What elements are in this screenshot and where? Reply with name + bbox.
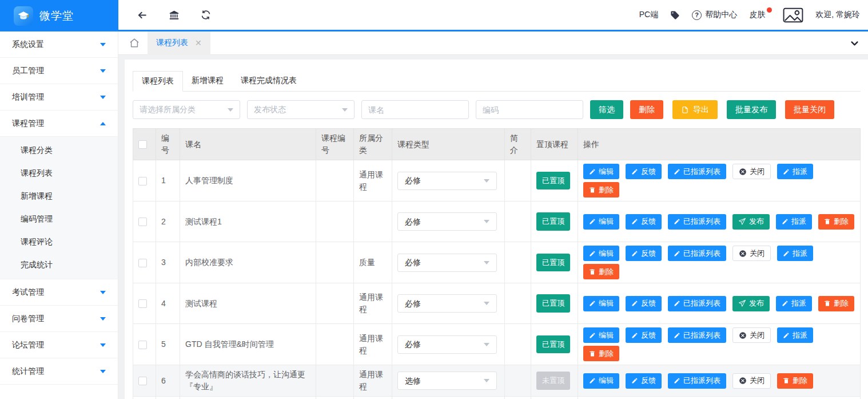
chevron-down-icon	[484, 261, 489, 264]
publish-button[interactable]: 发布	[732, 214, 770, 230]
open-page-tab[interactable]: 课程列表 ✕	[148, 31, 210, 55]
row-checkbox[interactable]	[138, 299, 147, 308]
tag-icon[interactable]	[670, 10, 680, 20]
row-checkbox[interactable]	[138, 218, 147, 226]
close-tab-icon[interactable]: ✕	[195, 39, 202, 47]
row-checkbox[interactable]	[138, 377, 147, 385]
close-button[interactable]: 关闭	[732, 327, 771, 343]
feedback-button[interactable]: 反馈	[626, 296, 662, 311]
delete-button[interactable]: 删除	[630, 100, 663, 119]
course-name-input[interactable]	[361, 100, 469, 119]
feedback-button[interactable]: 反馈	[626, 327, 662, 343]
feedback-button[interactable]: 反馈	[626, 373, 662, 389]
edit-button[interactable]: 编辑	[583, 164, 619, 179]
skin-link[interactable]: 皮肤	[749, 10, 771, 20]
back-arrow-icon[interactable]	[137, 10, 148, 21]
assigned-list-button[interactable]: 已指派列表	[668, 164, 726, 179]
delete-row-button[interactable]: 删除	[583, 346, 619, 361]
help-center-link[interactable]: ? 帮助中心	[692, 10, 737, 20]
course-type-select[interactable]: 必修	[397, 212, 497, 231]
status-filter-select[interactable]: 发布状态	[247, 100, 355, 119]
assign-button[interactable]: 指派	[777, 327, 813, 343]
row-checkbox[interactable]	[138, 177, 147, 185]
feedback-button[interactable]: 反馈	[626, 214, 662, 230]
tab-item[interactable]: 课程完成情况表	[232, 71, 305, 91]
pc-mode-link[interactable]: PC端	[639, 10, 658, 20]
course-code-input[interactable]	[476, 100, 583, 119]
pin-status-badge[interactable]: 已置顶	[536, 294, 570, 313]
delete-row-button-label: 删除	[834, 216, 849, 227]
assigned-list-button[interactable]: 已指派列表	[668, 246, 726, 261]
delete-row-button[interactable]: 删除	[818, 214, 854, 230]
assigned-list-button[interactable]: 已指派列表	[668, 327, 726, 343]
course-type-select[interactable]: 必修	[397, 335, 497, 354]
delete-row-button[interactable]: 删除	[583, 264, 619, 279]
sidebar-item[interactable]: 问卷管理	[0, 306, 118, 332]
sidebar-item[interactable]: 课程管理	[0, 110, 118, 137]
assigned-list-button[interactable]: 已指派列表	[668, 296, 726, 311]
course-type-select[interactable]: 必修	[397, 294, 497, 313]
sidebar-subitem[interactable]: 编码管理	[0, 208, 118, 231]
edit-button[interactable]: 编辑	[583, 373, 619, 389]
course-type-cell: 必修	[392, 242, 505, 283]
delete-row-button[interactable]: 删除	[583, 182, 619, 197]
assign-button[interactable]: 指派	[777, 246, 813, 261]
assign-button[interactable]: 指派	[777, 164, 813, 179]
trash-icon	[824, 300, 831, 307]
edit-button[interactable]: 编辑	[583, 246, 619, 261]
sidebar-subitem[interactable]: 完成统计	[0, 254, 118, 276]
delete-row-button[interactable]: 删除	[818, 296, 854, 311]
feedback-button[interactable]: 反馈	[626, 164, 662, 179]
assign-button[interactable]: 指派	[776, 214, 812, 230]
batch-publish-button[interactable]: 批量发布	[727, 100, 776, 119]
sidebar-subitem[interactable]: 课程列表	[0, 162, 118, 185]
feedback-button[interactable]: 反馈	[626, 246, 662, 261]
edit-button[interactable]: 编辑	[583, 296, 619, 311]
pin-status-badge[interactable]: 已置顶	[536, 254, 570, 272]
tab-active[interactable]: 课程列表	[133, 71, 183, 92]
course-table-body: 1人事管理制度通用课程必修已置顶编辑反馈已指派列表关闭指派删除2测试课程1必修已…	[133, 160, 861, 399]
assigned-list-button[interactable]: 已指派列表	[668, 373, 726, 389]
bank-home-icon[interactable]	[169, 10, 180, 21]
sidebar-subitem[interactable]: 课程评论	[0, 231, 118, 254]
course-type-select[interactable]: 选修	[397, 372, 497, 390]
filter-button[interactable]: 筛选	[590, 100, 623, 119]
sidebar-item[interactable]: 系统设置	[0, 31, 118, 58]
export-button[interactable]: 导出	[672, 100, 718, 119]
pencil-icon	[783, 250, 790, 257]
sidebar-item[interactable]: 员工管理	[0, 58, 118, 84]
row-checkbox[interactable]	[138, 259, 147, 267]
pin-status-badge[interactable]: 未置顶	[536, 372, 570, 390]
pin-status-badge[interactable]: 已置顶	[536, 335, 570, 354]
category-filter-select[interactable]: 请选择所属分类	[133, 100, 240, 119]
edit-button[interactable]: 编辑	[583, 327, 619, 343]
pin-status-badge[interactable]: 已置顶	[536, 172, 570, 190]
delete-row-button[interactable]: 删除	[777, 373, 813, 389]
refresh-icon[interactable]	[201, 10, 211, 20]
row-checkbox-cell	[133, 242, 156, 283]
sidebar-item[interactable]: 统计管理	[0, 358, 118, 385]
chevron-down-icon[interactable]	[850, 38, 859, 48]
pin-status-badge[interactable]: 已置顶	[536, 212, 570, 231]
course-type-select[interactable]: 必修	[397, 254, 497, 272]
tab-item[interactable]: 新增课程	[183, 71, 232, 91]
close-button[interactable]: 关闭	[732, 246, 771, 261]
sidebar-item[interactable]: 论坛管理	[0, 332, 118, 358]
sidebar-subitem[interactable]: 新增课程	[0, 185, 118, 208]
row-checkbox[interactable]	[138, 341, 147, 349]
close-button[interactable]: 关闭	[732, 373, 771, 389]
sidebar-item[interactable]: 考试管理	[0, 279, 118, 306]
home-tab-button[interactable]	[126, 34, 143, 52]
batch-close-button[interactable]: 批量关闭	[785, 100, 834, 119]
close-button[interactable]: 关闭	[732, 164, 771, 179]
course-type-select[interactable]: 必修	[397, 172, 497, 190]
select-all-checkbox[interactable]	[138, 140, 147, 149]
panel-tabs: 课程列表新增课程课程完成情况表	[133, 71, 861, 92]
edit-button[interactable]: 编辑	[583, 214, 619, 230]
sidebar-subitem[interactable]: 课程分类	[0, 139, 118, 162]
avatar-image-icon[interactable]	[783, 7, 803, 23]
assign-button[interactable]: 指派	[776, 296, 812, 311]
assigned-list-button[interactable]: 已指派列表	[668, 214, 726, 230]
publish-button[interactable]: 发布	[732, 296, 770, 311]
sidebar-item[interactable]: 培训管理	[0, 84, 118, 110]
